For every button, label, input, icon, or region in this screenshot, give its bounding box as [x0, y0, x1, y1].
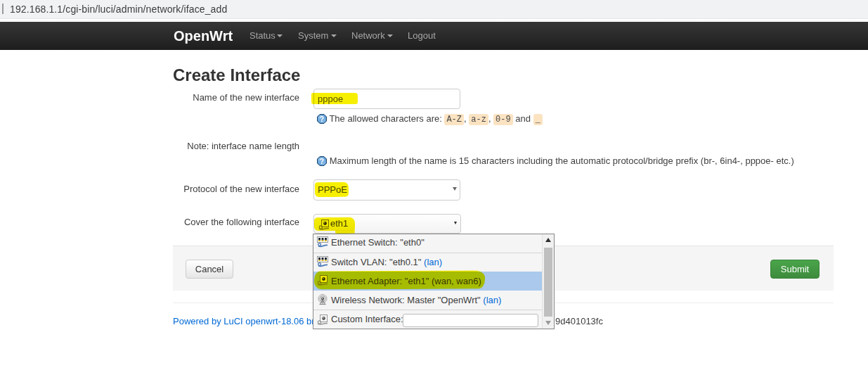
svg-text:?: ? — [320, 115, 324, 123]
svg-text:?: ? — [320, 157, 324, 165]
